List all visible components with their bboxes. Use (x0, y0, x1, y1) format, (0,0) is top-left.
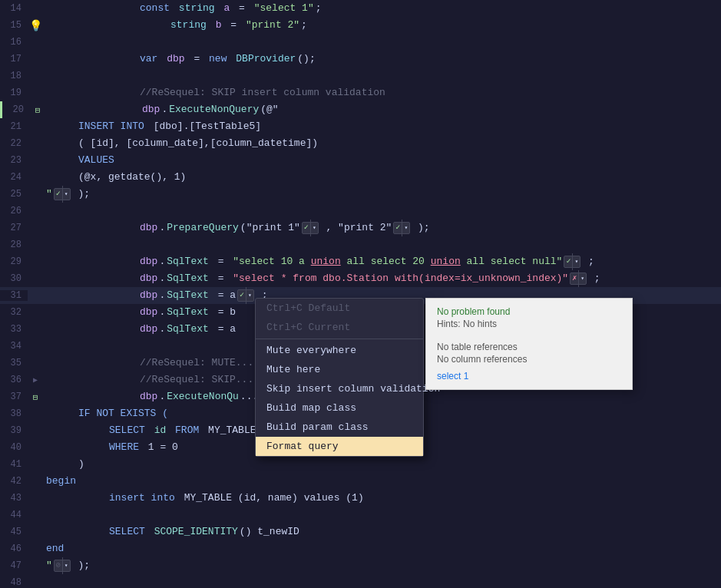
line-content: dbp.SqlText = "select 10 a union all sel… (43, 253, 721, 270)
code-line-45: 45 SELECT SCOPE_IDENTITY() t_newID (0, 524, 721, 540)
line-content: const string a = "select 1"; (43, 0, 721, 17)
line-content: INSERT INTO [dbo].[TestTable5] (43, 118, 721, 135)
context-menu: Ctrl+C Default Ctrl+C Current Mute every… (255, 298, 424, 457)
code-line-18: 18 (0, 68, 721, 84)
code-line-41: 41 ) (0, 456, 721, 473)
line-content: ( [id], [column_date],[column_datetime]) (43, 135, 721, 152)
line-content: var dbp = new DBProvider(); (43, 51, 721, 68)
line-number: 19 (0, 88, 28, 98)
no-problem-label: No problem found (437, 306, 621, 317)
menu-item-mute-here[interactable]: Mute here (256, 360, 423, 379)
line-number: 23 (0, 155, 28, 166)
code-line-43: 43 insert into MY_TABLE (id, name) value… (0, 490, 721, 507)
line-content: insert into MY_TABLE (id, name) values (… (43, 490, 721, 507)
menu-item-build-param[interactable]: Build param class (256, 418, 423, 437)
line-number: 29 (0, 256, 28, 267)
line-number: 39 (0, 425, 28, 436)
hints-label: Hints: No hints (437, 319, 621, 329)
line-number: 33 (0, 324, 28, 335)
line-number: 45 (0, 527, 28, 537)
inline-ok-btn-29[interactable]: ✓▾ (564, 256, 580, 268)
menu-item-mute-everywhere[interactable]: Mute everywhere (256, 341, 423, 360)
menu-item-skip-insert[interactable]: Skip insert column validation (256, 379, 423, 398)
inline-ok-btn-25[interactable]: ✓▾ (54, 188, 71, 200)
inline-ok-btn-27b[interactable]: ✓▾ (393, 222, 410, 234)
inline-ok-btn-31[interactable]: ✓▾ (237, 289, 254, 302)
col-ref-label: No column references (437, 354, 621, 365)
line-content: //ReSequel: SKIP insert column validatio… (43, 84, 721, 101)
line-number: 36 (0, 375, 28, 385)
line-number: 28 (0, 239, 28, 250)
line-number: 46 (0, 543, 28, 554)
inline-circle-btn-47[interactable]: ⊘▾ (54, 560, 71, 572)
code-line-42: 42 begin (0, 473, 721, 490)
code-line-20: 20 ⊟ dbp.ExecuteNonQuery(@" (0, 101, 721, 118)
fold-button-37[interactable]: ⊟ (28, 392, 43, 402)
code-line-30: 30 dbp.SqlText = "select * from dbo.Stat… (0, 270, 721, 287)
line-number: 17 (0, 54, 28, 64)
table-ref-label: No table references (437, 342, 621, 352)
line-number: 43 (0, 493, 28, 504)
line-content: string b = "print 2"; (43, 17, 721, 34)
line-number: 34 (0, 341, 28, 352)
menu-separator (256, 339, 423, 339)
line-content: " ✓▾ ); (43, 186, 721, 203)
line-number: 20 (2, 104, 30, 115)
line-content: dbp.ExecuteNonQuery(@" (45, 101, 721, 118)
line-number: 37 (0, 391, 28, 402)
code-line-28: 28 (0, 236, 721, 253)
fold-button[interactable]: ⊟ (30, 105, 45, 115)
line-content: end (43, 540, 721, 557)
code-line-44: 44 (0, 507, 721, 524)
code-line-23: 23 VALUES (0, 152, 721, 169)
lightbulb-icon: 💡 (28, 19, 43, 32)
line-content: " ⊘▾ ); (43, 557, 721, 574)
line-number: 21 (0, 121, 28, 132)
code-line-48: 48 (0, 574, 721, 588)
line-number: 15 (0, 20, 28, 31)
menu-item-ctrl-c-current: Ctrl+C Current (256, 318, 423, 337)
code-line-47: 47 " ⊘▾ ); (0, 557, 721, 574)
line-number: 30 (0, 273, 28, 284)
line-content: VALUES (43, 152, 721, 169)
code-line-27: 27 dbp.PrepareQuery("print 1" ✓▾ , "prin… (0, 220, 721, 236)
line-number: 26 (0, 206, 28, 216)
line-number: 41 (0, 459, 28, 470)
line-number: 25 (0, 189, 28, 200)
code-editor: 14 const string a = "select 1"; 15 💡 str… (0, 0, 721, 588)
line-number: 42 (0, 476, 28, 487)
code-line-26: 26 (0, 203, 721, 220)
code-area: 14 const string a = "select 1"; 15 💡 str… (0, 0, 721, 588)
menu-item-build-map[interactable]: Build map class (256, 398, 423, 418)
info-panel: No problem found Hints: No hints No tabl… (425, 298, 633, 390)
code-line-19: 19 //ReSequel: SKIP insert column valida… (0, 84, 721, 101)
line-number: 31 (0, 290, 28, 301)
code-line-17: 17 var dbp = new DBProvider(); (0, 51, 721, 68)
menu-item-format-query[interactable]: Format query (256, 437, 423, 456)
line-content: SELECT SCOPE_IDENTITY() t_newID (43, 524, 721, 540)
code-line-46: 46 end (0, 540, 721, 557)
code-line-25: 25 " ✓▾ ); (0, 186, 721, 203)
line-number: 22 (0, 138, 28, 149)
code-line-21: 21 INSERT INTO [dbo].[TestTable5] (0, 118, 721, 135)
line-content: ) (43, 456, 721, 473)
line-number: 40 (0, 442, 28, 453)
line-number: 48 (0, 577, 28, 588)
code-line-29: 29 dbp.SqlText = "select 10 a union all … (0, 253, 721, 270)
line-content: (@x, getdate(), 1) (43, 169, 721, 186)
line-number: 32 (0, 307, 28, 318)
code-line-22: 22 ( [id], [column_date],[column_datetim… (0, 135, 721, 152)
line-number: 27 (0, 223, 28, 233)
inline-ok-btn-27a[interactable]: ✓▾ (302, 222, 319, 234)
inline-err-btn-30[interactable]: ✗▾ (570, 273, 587, 285)
menu-item-ctrl-c-default[interactable]: Ctrl+C Default (256, 299, 423, 318)
select-value: select 1 (437, 371, 621, 382)
line-number: 35 (0, 358, 28, 368)
line-content: dbp.PrepareQuery("print 1" ✓▾ , "print 2… (43, 220, 721, 236)
line-number: 47 (0, 560, 28, 571)
line-content: dbp.SqlText = "select * from dbo.Station… (43, 270, 721, 287)
code-line-24: 24 (@x, getdate(), 1) (0, 169, 721, 186)
code-line-15: 15 💡 string b = "print 2"; (0, 17, 721, 34)
line-number: 16 (0, 37, 28, 48)
code-line-14: 14 const string a = "select 1"; (0, 0, 721, 17)
